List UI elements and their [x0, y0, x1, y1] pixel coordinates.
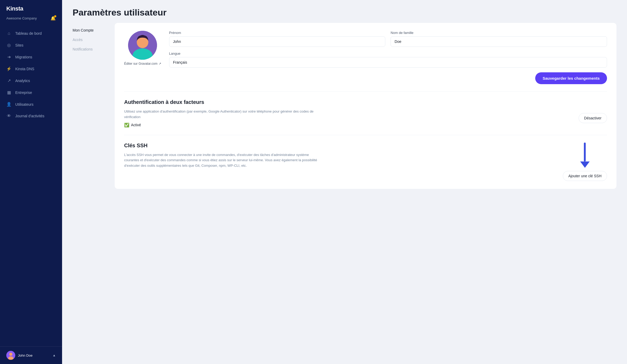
avatar-section: Éditer sur Gravatar.com ↗	[124, 31, 161, 65]
tab-notifications[interactable]: Notifications	[73, 44, 115, 54]
sidebar-item-label: Utilisateurs	[15, 102, 33, 107]
arrow-shaft	[584, 143, 586, 161]
save-button[interactable]: Sauvegarder les changements	[535, 72, 607, 84]
users-icon: 👤	[6, 102, 12, 107]
ssh-text-area: Clés SSH L'accès SSH vous permet de vous…	[124, 143, 324, 171]
deactivate-button[interactable]: Désactiver	[579, 113, 607, 123]
logo-text: Kinsta	[6, 5, 23, 12]
last-name-group: Nom de famille	[391, 31, 607, 47]
avatar-edit-label: Éditer sur Gravatar.com	[124, 62, 158, 65]
ssh-title: Clés SSH	[124, 143, 324, 149]
tabs-sidebar: Mon Compte Accès Notifications	[73, 23, 115, 189]
sites-icon: ◎	[6, 43, 12, 48]
name-row: Prénom Nom de famille	[169, 31, 607, 47]
company-name: Awesome Company	[6, 16, 37, 20]
last-name-label: Nom de famille	[391, 31, 607, 35]
two-factor-status-row: Utilisez une application d'authentificat…	[124, 109, 607, 128]
two-factor-description-area: Utilisez une application d'authentificat…	[124, 109, 324, 128]
notification-badge	[54, 15, 56, 17]
tab-acces[interactable]: Accès	[73, 35, 115, 44]
add-ssh-button[interactable]: Ajouter une clé SSH	[563, 171, 607, 181]
first-name-label: Prénom	[169, 31, 386, 35]
sidebar-company: Awesome Company 🔔	[0, 15, 62, 26]
sidebar-item-label: Journal d'activités	[15, 114, 44, 118]
two-factor-desc: Utilisez une application d'authentificat…	[124, 109, 324, 120]
sidebar-item-label: Sites	[15, 43, 23, 47]
ssh-desc: L'accès SSH vous permet de vous connecte…	[124, 152, 324, 169]
save-btn-row: Sauvegarder les changements	[169, 72, 607, 84]
sidebar-item-dashboard[interactable]: ⌂ Tableau de bord	[0, 28, 62, 39]
tab-mon-compte[interactable]: Mon Compte	[73, 26, 115, 35]
first-name-group: Prénom	[169, 31, 386, 47]
arrow-group	[580, 143, 590, 168]
sidebar-logo: Kinsta	[0, 0, 62, 15]
language-input[interactable]	[169, 57, 607, 68]
ssh-section: Clés SSH L'accès SSH vous permet de vous…	[124, 143, 607, 181]
first-name-input[interactable]	[169, 36, 386, 47]
avatar-edit-link[interactable]: Éditer sur Gravatar.com ↗	[124, 62, 161, 65]
sidebar-item-migrations[interactable]: ➔ Migrations	[0, 51, 62, 63]
sidebar-footer[interactable]: John Doe ▲	[0, 346, 62, 364]
profile-avatar-svg	[128, 31, 157, 60]
user-avatar-svg	[6, 351, 15, 360]
profile-section: Éditer sur Gravatar.com ↗ Prénom Nom de …	[124, 31, 607, 84]
journal-icon: 👁	[6, 114, 12, 118]
analytics-icon: ↗	[6, 78, 12, 83]
user-info: John Doe	[6, 351, 33, 360]
page-header: Paramètres utilisateur	[62, 0, 627, 23]
dns-icon: ⚡	[6, 66, 12, 71]
sidebar-item-label: Tableau de bord	[15, 31, 42, 36]
ssh-arrow-btn-group: Ajouter une clé SSH	[563, 143, 607, 181]
home-icon: ⌂	[6, 31, 12, 36]
sidebar-item-label: Migrations	[15, 55, 32, 59]
page-title: Paramètres utilisateur	[73, 7, 616, 18]
two-factor-status-badge: ✅ Activé	[124, 123, 324, 128]
sidebar-item-analytics[interactable]: ↗ Analytics	[0, 75, 62, 87]
sidebar-item-label: Kinsta DNS	[15, 67, 34, 71]
profile-avatar	[128, 31, 157, 60]
sidebar-item-entreprise[interactable]: ▦ Entreprise	[0, 87, 62, 98]
sidebar: Kinsta Awesome Company 🔔 ⌂ Tableau de bo…	[0, 0, 62, 364]
sidebar-item-sites[interactable]: ◎ Sites	[0, 39, 62, 51]
main-content: Paramètres utilisateur Mon Compte Accès …	[62, 0, 627, 364]
two-factor-section: Authentification à deux facteurs Utilise…	[124, 99, 607, 128]
form-fields: Prénom Nom de famille Langue	[169, 31, 607, 84]
language-row: Langue	[169, 52, 607, 68]
migrations-icon: ➔	[6, 54, 12, 59]
language-group: Langue	[169, 52, 607, 68]
sidebar-item-label: Analytics	[15, 79, 30, 83]
section-divider-2	[124, 135, 607, 135]
two-factor-title: Authentification à deux facteurs	[124, 99, 607, 105]
language-label: Langue	[169, 52, 607, 55]
user-name: John Doe	[18, 353, 33, 357]
status-label: Activé	[131, 123, 141, 127]
user-avatar	[6, 351, 15, 360]
bell-icon[interactable]: 🔔	[50, 16, 56, 21]
ssh-header-row: Clés SSH L'accès SSH vous permet de vous…	[124, 143, 607, 181]
sidebar-nav: ⌂ Tableau de bord ◎ Sites ➔ Migrations ⚡…	[0, 26, 62, 346]
check-circle-icon: ✅	[124, 123, 129, 128]
section-divider-1	[124, 92, 607, 92]
last-name-input[interactable]	[391, 36, 607, 47]
external-link-icon: ↗	[159, 62, 161, 65]
sidebar-item-utilisateurs[interactable]: 👤 Utilisateurs	[0, 98, 62, 110]
content-area: Mon Compte Accès Notifications	[62, 23, 627, 189]
card-content: Éditer sur Gravatar.com ↗ Prénom Nom de …	[115, 23, 616, 189]
entreprise-icon: ▦	[6, 90, 12, 95]
sidebar-item-kinsta-dns[interactable]: ⚡ Kinsta DNS	[0, 63, 62, 75]
sidebar-item-label: Entreprise	[15, 90, 32, 95]
svg-point-1	[9, 353, 12, 356]
chevron-up-icon[interactable]: ▲	[53, 353, 56, 357]
arrow-head	[580, 161, 590, 168]
sidebar-item-journal[interactable]: 👁 Journal d'activités	[0, 110, 62, 122]
